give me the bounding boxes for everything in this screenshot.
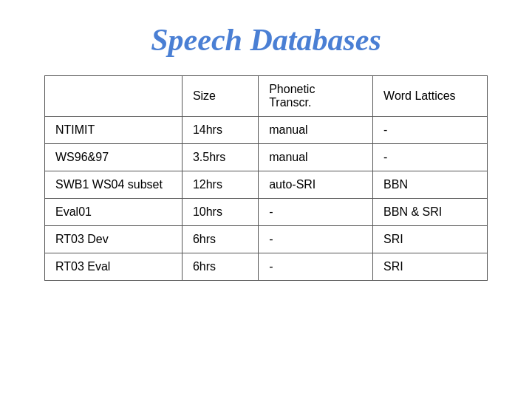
table-row: RT03 Eval6hrs-SRI bbox=[45, 253, 488, 281]
header-word: Word Lattices bbox=[373, 76, 488, 117]
cell-name: RT03 Eval bbox=[45, 253, 183, 281]
cell-word: SRI bbox=[373, 226, 488, 253]
cell-word: - bbox=[373, 144, 488, 171]
table-header-row: Size PhoneticTranscr. Word Lattices bbox=[45, 76, 488, 117]
cell-phonetic: - bbox=[259, 253, 373, 281]
cell-phonetic: auto-SRI bbox=[259, 171, 373, 199]
cell-size: 6hrs bbox=[182, 253, 258, 281]
table-row: Eval0110hrs-BBN & SRI bbox=[45, 199, 488, 226]
header-size: Size bbox=[182, 76, 258, 117]
table-row: NTIMIT14hrsmanual- bbox=[45, 117, 488, 144]
cell-word: BBN bbox=[373, 171, 488, 199]
cell-phonetic: - bbox=[259, 199, 373, 226]
cell-phonetic: - bbox=[259, 226, 373, 253]
speech-databases-table: Size PhoneticTranscr. Word Lattices NTIM… bbox=[44, 75, 488, 281]
cell-name: RT03 Dev bbox=[45, 226, 183, 253]
table-row: WS96&973.5hrsmanual- bbox=[45, 144, 488, 171]
cell-name: SWB1 WS04 subset bbox=[45, 171, 183, 199]
cell-word: - bbox=[373, 117, 488, 144]
cell-size: 10hrs bbox=[182, 199, 258, 226]
page-title: Speech Databases bbox=[151, 22, 381, 58]
cell-word: SRI bbox=[373, 253, 488, 281]
cell-phonetic: manual bbox=[259, 117, 373, 144]
header-name bbox=[45, 76, 183, 117]
cell-size: 6hrs bbox=[182, 226, 258, 253]
cell-name: Eval01 bbox=[45, 199, 183, 226]
cell-word: BBN & SRI bbox=[373, 199, 488, 226]
table-row: SWB1 WS04 subset12hrsauto-SRIBBN bbox=[45, 171, 488, 199]
cell-name: NTIMIT bbox=[45, 117, 183, 144]
cell-size: 3.5hrs bbox=[182, 144, 258, 171]
cell-size: 12hrs bbox=[182, 171, 258, 199]
cell-size: 14hrs bbox=[182, 117, 258, 144]
cell-name: WS96&97 bbox=[45, 144, 183, 171]
cell-phonetic: manual bbox=[259, 144, 373, 171]
header-phonetic: PhoneticTranscr. bbox=[259, 76, 373, 117]
table-row: RT03 Dev6hrs-SRI bbox=[45, 226, 488, 253]
